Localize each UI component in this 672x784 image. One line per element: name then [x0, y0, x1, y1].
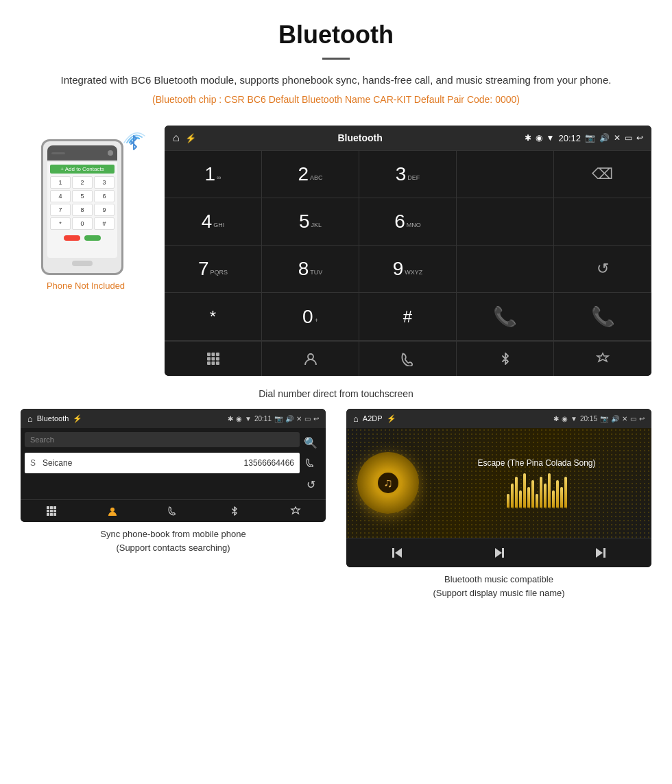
- pb-vol-icon[interactable]: 🔊: [285, 415, 293, 423]
- ms-controls: [346, 538, 651, 567]
- car-nav-phone[interactable]: [359, 342, 457, 376]
- car-usb-icon: ⚡: [185, 133, 196, 143]
- ms-vol-icon[interactable]: 🔊: [611, 415, 619, 423]
- bluetooth-waves-icon: [121, 129, 147, 161]
- ms-status-bar: ⌂ A2DP ⚡ ✱ ◉ ▼ 20:15 📷 🔊 ✕ ▭ ↩: [346, 409, 651, 428]
- pb-nav-phone[interactable]: [143, 506, 204, 516]
- pb-nav-bluetooth[interactable]: [204, 506, 265, 516]
- dial-key-hash[interactable]: #: [359, 293, 457, 341]
- phone-wrapper: + Add to Contacts 1 2 3 4 5 6 7 8 9 * 0 …: [41, 126, 130, 275]
- volume-icon[interactable]: 🔊: [599, 133, 610, 143]
- phonebook-caption-text: Sync phone-book from mobile phone(Suppor…: [100, 529, 245, 553]
- svg-rect-17: [50, 513, 53, 516]
- car-home-icon[interactable]: ⌂: [173, 132, 180, 144]
- phonebook-screen: ⌂ Bluetooth ⚡ ✱ ◉ ▼ 20:11 📷 🔊 ✕ ▭ ↩: [21, 409, 326, 522]
- phone-key-star[interactable]: *: [50, 217, 71, 230]
- dial-key-9[interactable]: 9WXYZ: [359, 246, 457, 293]
- dial-end-call-button[interactable]: 📞: [554, 293, 651, 341]
- phone-key-3[interactable]: 3: [94, 176, 115, 189]
- svg-rect-14: [50, 510, 53, 512]
- ms-prev-button[interactable]: [346, 545, 448, 560]
- svg-marker-20: [395, 548, 402, 558]
- dial-key-star[interactable]: *: [165, 293, 262, 341]
- pb-bottom-nav: [21, 499, 326, 522]
- phone-key-6[interactable]: 6: [94, 190, 115, 202]
- pb-status-left: ⌂ Bluetooth ⚡: [27, 414, 82, 424]
- ms-song-title: Escape (The Pina Colada Song): [433, 458, 640, 468]
- car-nav-bluetooth[interactable]: [457, 342, 554, 376]
- dial-key-8[interactable]: 8TUV: [262, 246, 359, 293]
- dial-key-2[interactable]: 2ABC: [262, 151, 359, 198]
- pb-search-icon[interactable]: 🔍: [304, 436, 317, 449]
- car-nav-dialpad[interactable]: [165, 342, 262, 376]
- phone-key-9[interactable]: 9: [94, 204, 115, 216]
- ms-close-icon[interactable]: ✕: [622, 415, 627, 423]
- ms-cam-icon[interactable]: 📷: [600, 415, 608, 423]
- car-nav-settings[interactable]: [554, 342, 651, 376]
- pb-title: Bluetooth: [37, 414, 69, 423]
- dial-key-4[interactable]: 4GHI: [165, 198, 262, 246]
- svg-rect-2: [216, 353, 219, 356]
- svg-rect-13: [47, 510, 49, 512]
- pb-search-placeholder: Search: [30, 436, 54, 444]
- pb-home-icon[interactable]: ⌂: [27, 414, 33, 424]
- car-nav-contacts[interactable]: [262, 342, 359, 376]
- phone-home-button[interactable]: [72, 261, 93, 266]
- pb-contact-row[interactable]: S Seicane 13566664466: [25, 453, 300, 473]
- pb-screen-icon[interactable]: ▭: [304, 415, 311, 423]
- phone-screen: + Add to Contacts 1 2 3 4 5 6 7 8 9 * 0 …: [47, 162, 117, 258]
- phone-frame: + Add to Contacts 1 2 3 4 5 6 7 8 9 * 0 …: [41, 139, 123, 275]
- phone-key-4[interactable]: 4: [50, 190, 71, 202]
- dial-backspace-key[interactable]: ⌫: [554, 151, 651, 198]
- page-header: Bluetooth Integrated with BC6 Bluetooth …: [0, 0, 672, 119]
- svg-rect-0: [207, 353, 211, 356]
- back-icon[interactable]: ↩: [636, 133, 643, 143]
- dial-redial-key[interactable]: ↺: [554, 246, 651, 293]
- pb-nav-dialpad[interactable]: [21, 506, 82, 516]
- dial-key-3[interactable]: 3DEF: [359, 151, 457, 198]
- phone-key-0[interactable]: 0: [72, 217, 93, 230]
- pb-nav-contacts-active[interactable]: [82, 506, 143, 516]
- dial-cell-empty-2: [457, 198, 554, 246]
- pb-nav-settings[interactable]: [265, 506, 326, 516]
- phone-key-hash[interactable]: #: [94, 217, 115, 230]
- pb-cam-icon[interactable]: 📷: [274, 415, 283, 423]
- pb-contact-letter: S: [30, 458, 37, 468]
- phone-key-2[interactable]: 2: [72, 176, 93, 189]
- pb-call-side-icon[interactable]: [306, 458, 315, 470]
- ms-bt-icon: ✱: [553, 415, 559, 423]
- dial-key-6[interactable]: 6MNO: [359, 198, 457, 246]
- ms-next-button[interactable]: [550, 545, 651, 560]
- dial-key-1[interactable]: 1∞: [165, 151, 262, 198]
- phone-key-7[interactable]: 7: [50, 204, 71, 216]
- pb-back-icon[interactable]: ↩: [313, 415, 319, 423]
- phone-screen-header: + Add to Contacts: [50, 165, 115, 174]
- dial-key-7[interactable]: 7PQRS: [165, 246, 262, 293]
- dial-key-5[interactable]: 5JKL: [262, 198, 359, 246]
- status-time: 20:12: [558, 133, 581, 143]
- header-description: Integrated with BC6 Bluetooth module, su…: [41, 72, 631, 88]
- phone-key-1[interactable]: 1: [50, 176, 71, 189]
- pb-refresh-icon[interactable]: ↺: [307, 478, 315, 491]
- camera-icon[interactable]: 📷: [585, 133, 595, 143]
- music-section: ⌂ A2DP ⚡ ✱ ◉ ▼ 20:15 📷 🔊 ✕ ▭ ↩: [336, 409, 651, 602]
- pb-bt-icon: ✱: [228, 415, 233, 423]
- close-icon[interactable]: ✕: [614, 133, 621, 143]
- screen-icon[interactable]: ▭: [625, 133, 632, 143]
- phone-key-5[interactable]: 5: [72, 190, 93, 202]
- dial-call-button[interactable]: 📞: [457, 293, 554, 341]
- ms-screen-icon[interactable]: ▭: [630, 415, 636, 423]
- pb-loc-icon: ◉: [236, 415, 242, 423]
- page-title: Bluetooth: [41, 21, 631, 49]
- svg-marker-22: [495, 548, 502, 558]
- dial-key-0[interactable]: 0+: [262, 293, 359, 341]
- pb-search-bar[interactable]: Search: [25, 432, 300, 447]
- music-screen: ⌂ A2DP ⚡ ✱ ◉ ▼ 20:15 📷 🔊 ✕ ▭ ↩: [346, 409, 651, 567]
- ms-home-icon[interactable]: ⌂: [353, 414, 359, 424]
- pb-contact-number: 13566664466: [244, 458, 294, 468]
- pb-close-icon[interactable]: ✕: [296, 415, 302, 423]
- ms-play-pause-button[interactable]: [448, 545, 549, 560]
- ms-back-icon[interactable]: ↩: [639, 415, 645, 423]
- svg-rect-16: [47, 513, 49, 516]
- phone-key-8[interactable]: 8: [72, 204, 93, 216]
